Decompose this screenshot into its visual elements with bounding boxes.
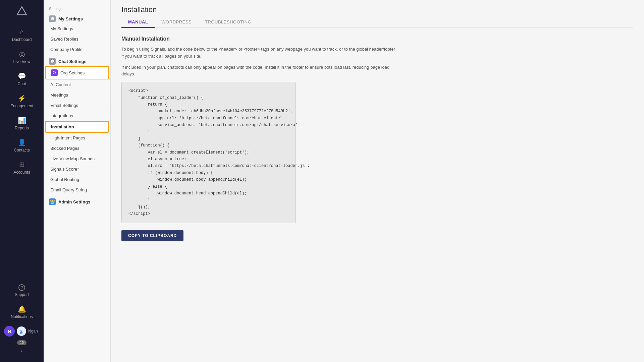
sidebar-item-global-routing[interactable]: Global Routing [45, 174, 109, 185]
integrations-label: Integrations [50, 113, 73, 118]
chat-icon: 💬 [18, 72, 26, 80]
collapse-icon: ‹ [21, 348, 22, 354]
top-bar: Installation MANUAL WORDPRESS TROUBLESHO… [111, 0, 644, 28]
user-profile-section[interactable]: N g. Ngan [0, 323, 44, 339]
google-avatar: g. [17, 326, 26, 336]
nav-label-live-view: Live View [13, 59, 30, 64]
sidebar-item-my-settings[interactable]: My Settings [45, 23, 109, 34]
code-block-container: <script> function cf_chat_loader() { ret… [121, 82, 296, 230]
org-settings-icon: O [51, 69, 58, 76]
notifications-icon: 🔔 [18, 305, 26, 313]
high-intent-pages-label: High-Intent Pages [50, 135, 85, 140]
chat-settings-group-label: Chat Settings [58, 59, 87, 64]
description-2: If included in your plan, chatbots can o… [121, 64, 396, 78]
copy-to-clipboard-button[interactable]: COPY TO CLIPBOARD [121, 230, 183, 241]
sidebar-item-support[interactable]: ? Support [0, 280, 44, 301]
sidebar-item-email-query-string[interactable]: Email Query String [45, 185, 109, 195]
sidebar-item-company-profile[interactable]: Company Profile [45, 44, 109, 55]
email-settings-label: Email Settings [50, 103, 78, 108]
nav-label-notifications: Notifications [11, 314, 33, 319]
tab-bar: MANUAL WORDPRESS TROUBLESHOOTING [121, 17, 633, 28]
live-view-map-sounds-label: Live View Map Sounds [50, 156, 95, 161]
sidebar-item-blocked-pages[interactable]: Blocked Pages [45, 143, 109, 154]
app-logo[interactable] [16, 5, 28, 17]
admin-settings-group-label: Admin Settings [58, 199, 90, 204]
my-settings-group-label: My Settings [58, 16, 83, 21]
saved-replies-label: Saved Replies [50, 37, 78, 42]
dashboard-icon: ⌂ [20, 28, 24, 36]
org-settings-label: Org Settings [60, 70, 85, 75]
nav-label-accounts: Accounts [13, 170, 30, 175]
nav-label-contacts: Contacts [14, 148, 30, 153]
sidebar-item-chat[interactable]: 💬 Chat [0, 68, 44, 90]
content-area: Manual Installation To begin using Signa… [111, 28, 644, 362]
meetings-label: Meetings [50, 93, 68, 98]
my-settings-group-header[interactable]: ⚙ My Settings [44, 12, 110, 23]
tab-manual[interactable]: MANUAL [121, 17, 155, 28]
support-icon: ? [18, 284, 25, 291]
username-label: Ngan [28, 329, 38, 334]
global-routing-label: Global Routing [50, 177, 79, 182]
ai-content-label: AI Content [50, 82, 71, 87]
sidebar-item-high-intent-pages[interactable]: High-Intent Pages [45, 133, 109, 143]
svg-marker-0 [17, 7, 26, 15]
chat-settings-group-icon: 💬 [49, 58, 56, 65]
copy-button-container: COPY TO CLIPBOARD [121, 230, 633, 241]
admin-settings-group-icon: 👑 [49, 198, 56, 205]
admin-settings-group-header[interactable]: 👑 Admin Settings [44, 195, 110, 206]
nav-label-support: Support [15, 292, 29, 297]
sidebar-item-dashboard[interactable]: ⌂ Dashboard [0, 24, 44, 46]
badge-container: 10 [0, 339, 44, 345]
sidebar-item-notifications[interactable]: 🔔 Notifications [0, 301, 44, 323]
sidebar-item-ai-content[interactable]: AI Content [45, 79, 109, 90]
user-avatar: N [4, 326, 15, 337]
sidebar-item-reports[interactable]: 📊 Reports [0, 112, 44, 134]
sidebar-item-accounts[interactable]: ⊞ Accounts [0, 157, 44, 179]
accounts-icon: ⊞ [19, 161, 25, 169]
installation-code-block: <script> function cf_chat_loader() { ret… [121, 82, 296, 223]
section-title: Manual Installation [121, 36, 633, 42]
sidebar-item-meetings[interactable]: Meetings [45, 90, 109, 100]
sidebar-title: Settings [44, 4, 110, 12]
nav-label-engagement: Engagement [10, 104, 33, 108]
contacts-icon: 👤 [18, 138, 26, 146]
sidebar-item-engagement[interactable]: ⚡ Engagement [0, 90, 44, 112]
installation-label: Installation [51, 124, 74, 129]
chat-settings-group-header[interactable]: 💬 Chat Settings [44, 55, 110, 66]
email-query-string-label: Email Query String [50, 187, 87, 192]
sidebar-item-installation[interactable]: Installation [45, 121, 109, 133]
sidebar-item-saved-replies[interactable]: Saved Replies [45, 34, 109, 44]
nav-bottom-section: ? Support 🔔 Notifications N g. Ngan 10 ‹ [0, 280, 44, 362]
sidebar-item-signals-score[interactable]: Signals Score* [45, 164, 109, 174]
nav-label-reports: Reports [15, 126, 29, 130]
page-title: Installation [121, 5, 633, 14]
tab-wordpress[interactable]: WORDPRESS [155, 17, 198, 28]
sidebar-item-email-settings[interactable]: Email Settings [45, 100, 109, 111]
my-settings-group-icon: ⚙ [49, 15, 56, 22]
main-content: Installation MANUAL WORDPRESS TROUBLESHO… [111, 0, 644, 362]
description-1: To begin using Signals, add the code bel… [121, 46, 396, 60]
my-settings-label: My Settings [50, 26, 73, 31]
tab-troubleshooting[interactable]: TROUBLESHOOTING [198, 17, 258, 28]
company-profile-label: Company Profile [50, 47, 83, 52]
reports-icon: 📊 [18, 116, 26, 124]
nav-label-chat: Chat [17, 81, 26, 86]
sidebar-item-live-view[interactable]: ◎ Live View [0, 46, 44, 68]
sidebar-item-integrations[interactable]: Integrations [45, 111, 109, 121]
collapse-sidebar-button[interactable]: ‹ [0, 345, 44, 357]
signals-score-label: Signals Score* [50, 167, 79, 172]
left-navigation: ⌂ Dashboard ◎ Live View 💬 Chat ⚡ Engagem… [0, 0, 44, 362]
engagement-icon: ⚡ [18, 94, 26, 102]
sidebar-item-contacts[interactable]: 👤 Contacts [0, 134, 44, 157]
sidebar-item-org-settings[interactable]: O Org Settings [45, 66, 109, 79]
blocked-pages-label: Blocked Pages [50, 146, 79, 151]
nav-label-dashboard: Dashboard [12, 37, 32, 42]
settings-sidebar: Settings ⚙ My Settings My Settings Saved… [44, 0, 111, 362]
notification-badge: 10 [17, 340, 26, 345]
sidebar-item-live-view-map-sounds[interactable]: Live View Map Sounds [45, 154, 109, 164]
live-view-icon: ◎ [19, 50, 25, 58]
